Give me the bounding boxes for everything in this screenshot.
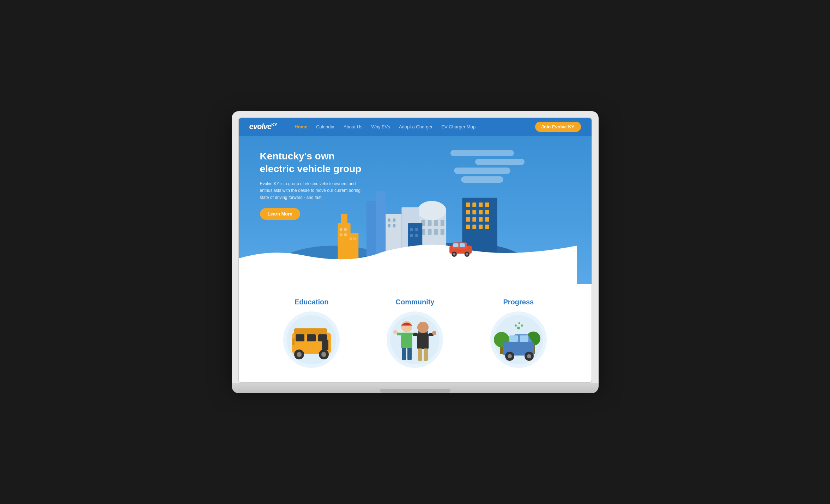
logo-ky: KY <box>271 122 277 127</box>
svg-rect-17 <box>466 202 470 207</box>
svg-rect-24 <box>485 210 489 214</box>
svg-rect-50 <box>415 233 418 237</box>
svg-rect-79 <box>402 348 406 360</box>
laptop-wrapper: evolveKY Home Calendar About Us Why EVs … <box>221 101 609 404</box>
svg-rect-14 <box>434 229 438 235</box>
svg-rect-73 <box>292 338 295 345</box>
svg-rect-23 <box>479 210 483 214</box>
hero-content: Kentucky's own electric vehicle group Ev… <box>260 150 366 220</box>
svg-rect-39 <box>344 233 346 236</box>
feature-education: Education <box>273 298 350 368</box>
svg-point-59 <box>466 253 468 255</box>
svg-rect-11 <box>440 220 444 226</box>
svg-rect-65 <box>296 334 304 341</box>
svg-rect-45 <box>393 224 395 227</box>
svg-rect-49 <box>410 233 412 237</box>
svg-point-74 <box>390 315 440 364</box>
navbar: evolveKY Home Calendar About Us Why EVs … <box>239 118 592 136</box>
svg-rect-25 <box>466 217 470 221</box>
svg-rect-31 <box>479 224 483 229</box>
svg-rect-26 <box>472 217 476 221</box>
svg-rect-13 <box>428 229 431 235</box>
svg-point-82 <box>417 322 429 333</box>
nav-links: Home Calendar About Us Why EVs Adopt a C… <box>295 124 525 129</box>
svg-rect-29 <box>466 224 470 229</box>
laptop-body: evolveKY Home Calendar About Us Why EVs … <box>232 111 599 383</box>
svg-rect-52 <box>349 237 352 240</box>
svg-point-72 <box>321 352 326 357</box>
features-section: Education <box>239 284 592 382</box>
svg-rect-42 <box>388 218 390 221</box>
svg-rect-53 <box>353 237 356 240</box>
people-icon <box>388 313 441 366</box>
svg-point-57 <box>453 253 455 255</box>
svg-rect-15 <box>440 229 444 235</box>
svg-rect-37 <box>344 228 346 230</box>
svg-point-101 <box>517 327 520 329</box>
logo-text: evolve <box>249 122 272 131</box>
svg-rect-77 <box>397 333 402 335</box>
community-circle <box>387 311 443 368</box>
progress-title: Progress <box>503 298 534 306</box>
svg-rect-20 <box>485 202 489 207</box>
feature-community: Community <box>376 298 454 368</box>
svg-rect-80 <box>407 348 412 360</box>
svg-point-102 <box>521 324 523 327</box>
nav-why-evs[interactable]: Why EVs <box>371 124 390 129</box>
svg-rect-19 <box>479 202 483 207</box>
hero-title: Kentucky's own electric vehicle group <box>260 150 366 176</box>
nav-about[interactable]: About Us <box>344 124 362 129</box>
svg-rect-36 <box>339 228 342 230</box>
svg-rect-87 <box>424 348 428 361</box>
progress-circle <box>490 311 547 368</box>
svg-rect-38 <box>339 233 342 236</box>
svg-rect-7 <box>427 202 436 211</box>
svg-point-70 <box>297 352 302 357</box>
education-circle <box>283 311 340 368</box>
svg-rect-64 <box>294 328 327 335</box>
join-button[interactable]: Join Evolve KY <box>535 122 581 132</box>
eco-car-icon <box>490 313 547 366</box>
svg-rect-68 <box>322 340 328 350</box>
bus-icon <box>285 315 338 364</box>
logo: evolveKY <box>249 122 277 131</box>
svg-rect-84 <box>413 333 418 336</box>
svg-rect-43 <box>393 218 395 221</box>
learn-more-button[interactable]: Learn More <box>260 208 300 220</box>
hero-section: Kentucky's own electric vehicle group Ev… <box>239 136 592 284</box>
svg-point-103 <box>515 324 517 327</box>
feature-progress: Progress <box>480 298 557 368</box>
svg-rect-21 <box>466 210 470 214</box>
svg-rect-66 <box>307 334 316 341</box>
svg-rect-96 <box>520 335 528 342</box>
svg-rect-83 <box>417 333 429 349</box>
svg-rect-10 <box>434 220 438 226</box>
svg-rect-86 <box>418 348 422 361</box>
svg-rect-44 <box>388 224 390 227</box>
svg-rect-18 <box>472 202 476 207</box>
svg-rect-48 <box>415 228 418 231</box>
nav-ev-charger-map[interactable]: EV Charger Map <box>441 124 475 129</box>
svg-rect-27 <box>479 217 483 221</box>
community-title: Community <box>395 298 434 306</box>
svg-point-104 <box>518 322 520 324</box>
svg-rect-60 <box>453 243 458 247</box>
svg-rect-47 <box>410 228 412 231</box>
svg-rect-28 <box>485 217 489 221</box>
svg-point-100 <box>527 354 531 358</box>
nav-home[interactable]: Home <box>295 124 307 129</box>
laptop-screen: evolveKY Home Calendar About Us Why EVs … <box>238 117 592 383</box>
svg-point-88 <box>432 331 436 335</box>
laptop-base <box>232 383 599 393</box>
svg-rect-30 <box>472 224 476 229</box>
svg-point-81 <box>393 330 398 334</box>
hero-description: Evolve KY is a group of electric vehicle… <box>260 181 366 201</box>
svg-rect-76 <box>401 333 412 348</box>
svg-rect-61 <box>460 243 465 247</box>
nav-adopt-charger[interactable]: Adopt a Charger <box>399 124 432 129</box>
svg-rect-95 <box>509 335 518 342</box>
nav-calendar[interactable]: Calendar <box>316 124 335 129</box>
education-title: Education <box>295 298 329 306</box>
svg-point-98 <box>508 354 512 358</box>
svg-rect-32 <box>485 224 489 229</box>
